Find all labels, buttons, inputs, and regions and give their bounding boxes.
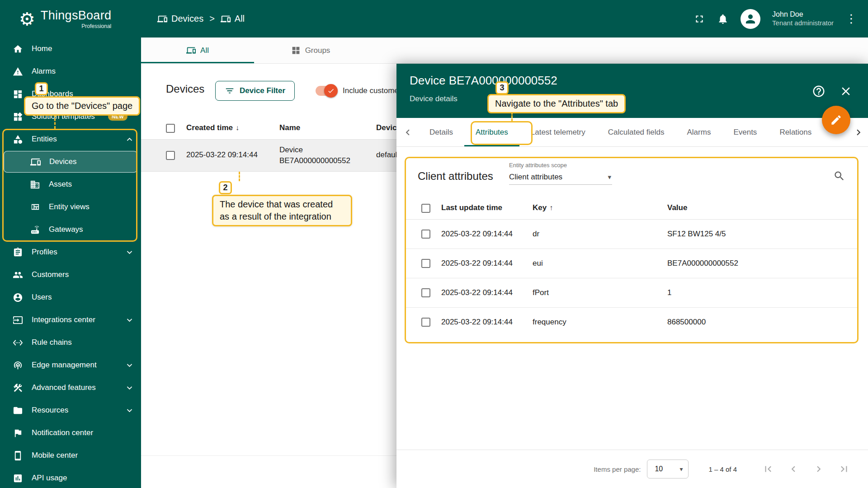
column-created-time[interactable]: Created time ↓ — [186, 123, 239, 132]
user-avatar[interactable] — [741, 9, 760, 29]
thingsboard-logo[interactable]: ⚙ ThingsBoard Professional — [0, 9, 141, 29]
column-key-label: Key — [533, 203, 547, 212]
column-name[interactable]: Name — [279, 123, 300, 132]
panel-title: Device BE7A000000000552 — [410, 74, 557, 88]
user-role: Tenant administrator — [772, 19, 834, 28]
breadcrumb-separator: > — [209, 14, 215, 24]
device-filter-button[interactable]: Device Filter — [215, 81, 295, 101]
entities-icon — [13, 134, 23, 145]
previous-page-button[interactable] — [788, 463, 799, 475]
sidebar-item-assets[interactable]: Assets — [0, 173, 141, 196]
attr-time: 2025-03-22 09:14:44 — [441, 259, 513, 268]
sidebar-item-gateways[interactable]: Gateways — [0, 218, 141, 241]
attribute-row-fport[interactable]: 2025-03-22 09:14:44 fPort 1 — [406, 278, 857, 308]
column-key[interactable]: Key ↑ — [533, 203, 553, 212]
include-customers-toggle[interactable] — [316, 86, 336, 96]
notifications-button[interactable] — [717, 13, 729, 25]
items-per-page-label: Items per page: — [594, 465, 641, 473]
toggle-knob — [324, 84, 338, 98]
attributes-select-all-checkbox[interactable] — [421, 204, 430, 213]
tab-latest-telemetry[interactable]: Latest telemetry — [519, 118, 597, 146]
devices-icon — [186, 46, 196, 55]
breadcrumb-all[interactable]: All — [221, 14, 245, 24]
annotation-step-1-badge: 1 — [35, 82, 48, 95]
sidebar-item-alarms[interactable]: Alarms — [0, 60, 141, 83]
row-checkbox[interactable] — [421, 259, 430, 268]
fullscreen-button[interactable] — [693, 13, 705, 25]
select-all-checkbox[interactable] — [166, 124, 175, 133]
sidebar-item-label: Assets — [49, 180, 72, 189]
sidebar-item-label: Devices — [49, 157, 76, 166]
attributes-search-button[interactable] — [833, 170, 845, 182]
integrations-icon — [13, 315, 23, 325]
tab-calculated-fields[interactable]: Calculated fields — [597, 118, 676, 146]
sidebar-item-devices[interactable]: Devices — [4, 151, 137, 173]
pagination-range: 1 – 4 of 4 — [708, 465, 737, 473]
sidebar-item-api-usage[interactable]: API usage — [0, 467, 141, 488]
sidebar-item-home[interactable]: Home — [0, 38, 141, 60]
attr-value: SF12 BW125 4/5 — [667, 230, 726, 239]
items-per-page-value: 10 — [655, 465, 663, 473]
chevron-right-icon — [853, 127, 864, 138]
sidebar-item-integrations-center[interactable]: Integrations center — [0, 309, 141, 331]
sidebar-item-entities[interactable]: Entities — [0, 128, 141, 150]
attribute-row-dr[interactable]: 2025-03-22 09:14:44 dr SF12 BW125 4/5 — [406, 220, 857, 249]
first-page-button[interactable] — [762, 463, 774, 475]
row-checkbox[interactable] — [421, 288, 430, 297]
sidebar-item-resources[interactable]: Resources — [0, 399, 141, 422]
sidebar-item-entity-views[interactable]: Entity views — [0, 196, 141, 218]
sidebar-item-users[interactable]: Users — [0, 286, 141, 309]
chevron-left-icon — [788, 463, 799, 475]
annotation-step-2-callout: The device that was created as a result … — [212, 195, 352, 226]
next-page-button[interactable] — [813, 463, 825, 475]
column-last-update-time[interactable]: Last update time — [441, 203, 502, 212]
sidebar-item-label: Gateways — [49, 225, 83, 234]
dashboards-icon — [13, 89, 23, 99]
attribute-row-frequency[interactable]: 2025-03-22 09:14:44 frequency 868500000 — [406, 308, 857, 337]
tab-relations[interactable]: Relations — [768, 118, 823, 146]
last-page-button[interactable] — [838, 463, 850, 475]
sidebar-item-label: Alarms — [32, 67, 56, 76]
sidebar-item-mobile-center[interactable]: Mobile center — [0, 444, 141, 467]
attributes-scope-value-row: Client attributes ▾ — [509, 169, 612, 185]
fullscreen-icon — [693, 13, 705, 25]
help-button[interactable] — [812, 84, 826, 98]
row-checkbox[interactable] — [421, 318, 430, 327]
cell-created-time: 2025-03-22 09:14:44 — [186, 150, 258, 160]
tab-events[interactable]: Events — [722, 118, 768, 146]
sidebar-item-profiles[interactable]: Profiles — [0, 241, 141, 263]
close-panel-button[interactable] — [839, 84, 853, 98]
advanced-features-icon — [13, 383, 23, 393]
tab-alarms[interactable]: Alarms — [675, 118, 722, 146]
breadcrumb-devices[interactable]: Devices — [157, 14, 203, 24]
attribute-row-eui[interactable]: 2025-03-22 09:14:44 eui BE7A000000000552 — [406, 249, 857, 278]
home-icon — [13, 44, 23, 54]
row-checkbox[interactable] — [166, 151, 175, 160]
sidebar-item-notification-center[interactable]: Notification center — [0, 422, 141, 444]
panel-tabs: Details Attributes Latest telemetry Calc… — [396, 118, 868, 147]
tabs-scroll-left-button[interactable] — [402, 127, 414, 138]
tab-all[interactable]: All — [141, 38, 254, 63]
tab-groups[interactable]: Groups — [254, 38, 367, 63]
sidebar-item-rule-chains[interactable]: Rule chains — [0, 331, 141, 354]
tab-all-label: All — [200, 46, 209, 55]
edit-device-fab[interactable] — [822, 106, 850, 134]
sidebar-item-label: Users — [32, 293, 52, 302]
more-menu-button[interactable]: ⋮ — [845, 12, 857, 26]
tab-details[interactable]: Details — [418, 118, 464, 146]
tab-attributes[interactable]: Attributes — [464, 118, 519, 146]
items-per-page-select[interactable]: 10 ▾ — [647, 460, 689, 479]
row-checkbox[interactable] — [421, 230, 430, 239]
api-usage-icon — [13, 473, 23, 483]
sidebar-item-customers[interactable]: Customers — [0, 263, 141, 286]
tabs-scroll-right-button[interactable] — [853, 127, 864, 138]
devices-icon — [30, 157, 41, 167]
attributes-scope-select[interactable]: Entity attributes scope Client attribute… — [509, 162, 612, 185]
sidebar-item-advanced-features[interactable]: Advanced features — [0, 376, 141, 399]
chevron-down-icon — [124, 360, 135, 371]
sidebar-item-edge-management[interactable]: Edge management — [0, 354, 141, 376]
column-created-time-label: Created time — [186, 123, 233, 132]
attr-value: 868500000 — [667, 318, 706, 327]
help-icon — [812, 84, 826, 98]
attr-value: 1 — [667, 288, 671, 297]
